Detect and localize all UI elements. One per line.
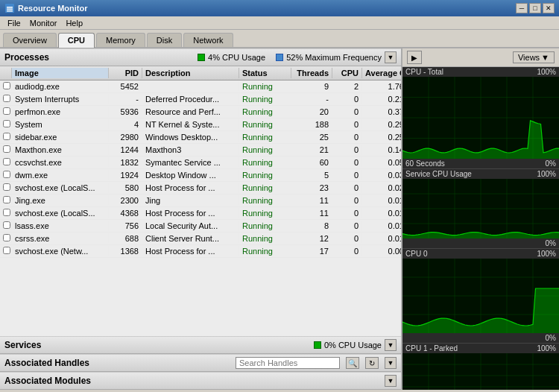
processes-section: Processes 4% CPU Usage 52% Maximum Frequ… <box>0 48 401 336</box>
refresh-handles-button[interactable]: ↻ <box>365 357 379 369</box>
th-avgcpu[interactable]: Average C... <box>362 68 402 78</box>
table-row[interactable]: perfmon.exe 5936 Resource and Perf... Ru… <box>0 106 401 118</box>
th-check[interactable] <box>0 68 12 78</box>
table-row[interactable]: System Interrupts - Deferred Procedur...… <box>0 93 401 106</box>
td-desc: Host Process for ... <box>142 208 239 218</box>
graph-svg-1 <box>402 179 559 238</box>
table-row[interactable]: dwm.exe 1924 Desktop Window ... Running … <box>0 169 401 182</box>
table-row[interactable]: csrss.exe 688 Client Server Runt... Runn… <box>0 233 401 245</box>
window-title: Resource Monitor <box>18 4 88 13</box>
td-threads: 11 <box>291 195 332 206</box>
td-threads: 60 <box>291 157 332 168</box>
td-status: Running <box>239 221 291 231</box>
tab-overview[interactable]: Overview <box>3 33 57 47</box>
svg-rect-1 <box>7 7 13 8</box>
views-dropdown-icon: ▼ <box>541 53 549 62</box>
graph-svg-3 <box>402 353 559 390</box>
td-avgcpu: 0.14 <box>362 145 401 155</box>
td-threads: 12 <box>291 233 332 244</box>
left-panel: Processes 4% CPU Usage 52% Maximum Frequ… <box>0 48 402 390</box>
graph-time-label-0: 60 Seconds <box>405 159 445 168</box>
th-cpu[interactable]: CPU <box>332 68 362 78</box>
td-pid: 580 <box>109 183 142 193</box>
processes-table-body[interactable]: audiodg.exe 5452 Running 9 2 1.76 System… <box>0 80 401 336</box>
modules-header[interactable]: Associated Modules ▼ <box>0 372 401 390</box>
td-pid: 1368 <box>109 246 142 256</box>
td-check <box>0 183 12 193</box>
nav-back-button[interactable]: ▶ <box>407 51 422 64</box>
modules-collapse-btn[interactable]: ▼ <box>385 375 397 387</box>
freq-indicator <box>276 54 283 61</box>
handles-section: Associated Handles 🔍 ↻ ▼ <box>0 354 401 372</box>
graph-title-2: CPU 0 <box>405 250 427 258</box>
services-title: Services <box>4 340 41 350</box>
td-status: Running <box>239 246 291 256</box>
td-threads: 5 <box>291 170 332 180</box>
graph-container: CPU - Total 100% 60 Seconds 0% Service C… <box>402 67 559 390</box>
th-threads[interactable]: Threads <box>291 68 332 78</box>
td-check <box>0 132 12 142</box>
table-row[interactable]: Jing.exe 2300 Jing Running 11 0 0.01 <box>0 195 401 207</box>
td-desc: Local Security Aut... <box>142 221 239 231</box>
window-icon <box>4 3 15 13</box>
graph-title-row-3: CPU 1 - Parked 100% <box>402 344 559 353</box>
table-row[interactable]: sidebar.exe 2980 Windows Desktop... Runn… <box>0 131 401 144</box>
th-image[interactable]: Image <box>12 68 109 78</box>
table-row[interactable]: lsass.exe 756 Local Security Aut... Runn… <box>0 220 401 233</box>
tab-disk[interactable]: Disk <box>147 33 182 47</box>
table-row[interactable]: svchost.exe (LocalS... 580 Host Process … <box>0 182 401 195</box>
maximize-button[interactable]: □ <box>529 3 541 13</box>
td-cpu: 0 <box>332 170 362 180</box>
table-row[interactable]: audiodg.exe 5452 Running 9 2 1.76 <box>0 80 401 93</box>
td-image: lsass.exe <box>12 221 109 231</box>
th-status[interactable]: Status <box>239 68 291 78</box>
th-pid[interactable]: PID <box>109 68 142 78</box>
views-label: Views <box>518 53 540 62</box>
tab-cpu[interactable]: CPU <box>58 33 95 48</box>
graph-top-pct-0: 100% <box>537 68 556 76</box>
td-cpu: 0 <box>332 145 362 155</box>
menu-help[interactable]: Help <box>61 18 87 28</box>
graph-title-0: CPU - Total <box>405 68 443 76</box>
processes-header[interactable]: Processes 4% CPU Usage 52% Maximum Frequ… <box>0 48 401 66</box>
td-avgcpu: 0.03 <box>362 170 401 180</box>
cpu-usage-label: 4% CPU Usage <box>208 53 265 62</box>
minimize-button[interactable]: ─ <box>516 3 528 13</box>
td-threads: 9 <box>291 81 332 92</box>
graph-title-3: CPU 1 - Parked <box>405 344 458 353</box>
table-row[interactable]: svchost.exe (LocalS... 4368 Host Process… <box>0 207 401 220</box>
table-row[interactable]: svchost.exe (Netw... 1368 Host Process f… <box>0 245 401 258</box>
processes-collapse-btn[interactable]: ▼ <box>385 51 397 63</box>
services-collapse-btn[interactable]: ▼ <box>385 339 397 351</box>
th-desc[interactable]: Description <box>142 68 239 78</box>
processes-title: Processes <box>4 52 49 63</box>
modules-title: Associated Modules <box>4 376 91 386</box>
td-status: Running <box>239 119 291 130</box>
graph-bottom-pct-1: 0% <box>546 239 556 247</box>
graph-top-pct-1: 100% <box>537 170 556 178</box>
handles-header[interactable]: Associated Handles 🔍 ↻ ▼ <box>0 354 401 372</box>
tab-bar: Overview CPU Memory Disk Network <box>0 30 559 48</box>
graph-svg-2 <box>402 259 559 333</box>
services-header[interactable]: Services 0% CPU Usage ▼ <box>0 336 401 354</box>
td-threads: 23 <box>291 183 332 193</box>
td-desc: Symantec Service ... <box>142 157 239 168</box>
td-avgcpu: 1.76 <box>362 81 401 92</box>
tab-memory[interactable]: Memory <box>96 33 145 47</box>
table-row[interactable]: Maxthon.exe 1244 Maxthon3 Running 21 0 0… <box>0 144 401 157</box>
td-status: Running <box>239 195 291 206</box>
menu-monitor[interactable]: Monitor <box>25 18 62 28</box>
close-button[interactable]: ✕ <box>543 3 555 13</box>
views-button[interactable]: Views ▼ <box>513 51 555 63</box>
table-row[interactable]: ccsvchst.exe 1832 Symantec Service ... R… <box>0 157 401 169</box>
td-desc: Jing <box>142 195 239 206</box>
td-cpu: 0 <box>332 233 362 244</box>
td-image: Maxthon.exe <box>12 145 109 155</box>
tab-network[interactable]: Network <box>183 33 233 47</box>
handles-collapse-btn[interactable]: ▼ <box>385 357 397 369</box>
menu-file[interactable]: File <box>3 18 25 28</box>
search-handles-button[interactable]: 🔍 <box>346 357 359 369</box>
table-row[interactable]: System 4 NT Kernel & Syste... Running 18… <box>0 118 401 131</box>
search-handles-input[interactable] <box>236 357 340 369</box>
td-pid: 5452 <box>109 81 142 92</box>
